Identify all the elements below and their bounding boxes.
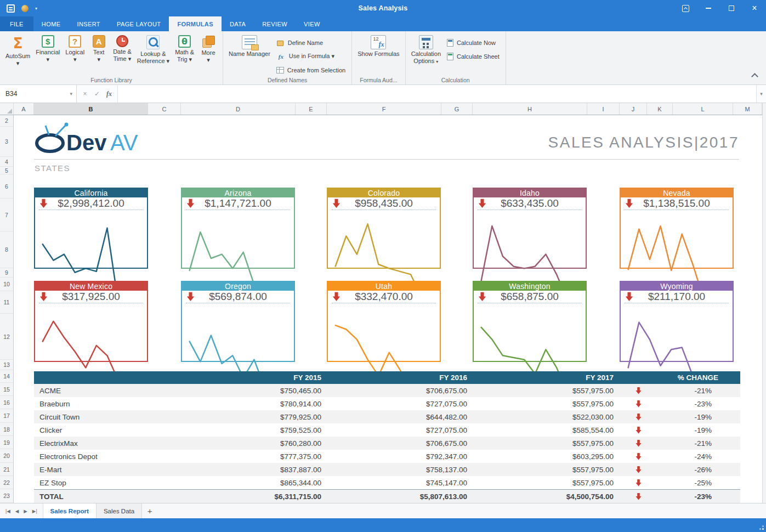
name-manager-button[interactable]: Name Manager: [226, 33, 273, 58]
fy2015-value-cell[interactable]: $865,344.00: [186, 476, 329, 489]
row-header-18[interactable]: 18: [0, 423, 13, 436]
state-card-arizona[interactable]: Arizona$1,147,721.00: [181, 188, 295, 269]
row-header-16[interactable]: 16: [0, 396, 13, 409]
fy2015-value-cell[interactable]: $750,465.00: [186, 384, 329, 397]
fy2016-value-cell[interactable]: $727,075.00: [329, 423, 475, 437]
logical-button[interactable]: ?Logical▾: [63, 33, 87, 66]
fy2017-value-cell[interactable]: $557,975.00: [475, 384, 621, 397]
fy2017-value-cell[interactable]: $557,975.00: [475, 476, 621, 489]
collapse-ribbon-button[interactable]: [751, 73, 758, 80]
previous-sheet-button[interactable]: ◀: [15, 508, 19, 514]
row-header-23[interactable]: 23: [0, 489, 13, 503]
name-box[interactable]: B34 ▾: [0, 85, 77, 103]
vertical-scrollbar[interactable]: [762, 103, 766, 503]
fy2016-value-cell[interactable]: $5,807,613.00: [329, 490, 475, 503]
fy2016-value-cell[interactable]: $706,675.00: [329, 437, 475, 450]
formula-input[interactable]: [118, 85, 756, 103]
state-card-washington[interactable]: Washington$658,875.00: [473, 281, 587, 362]
percent-change-cell[interactable]: -19%: [621, 423, 740, 437]
table-header-fy-2016[interactable]: FY 2016: [329, 371, 475, 384]
autosum-button[interactable]: ΣAutoSum▾: [3, 33, 33, 66]
fy2017-value-cell[interactable]: $585,554.00: [475, 423, 621, 437]
column-header-e[interactable]: E: [296, 103, 327, 115]
row-header-14[interactable]: 14: [0, 370, 13, 383]
company-name-cell[interactable]: Braeburn: [34, 397, 186, 410]
table-header-name[interactable]: [34, 371, 186, 384]
row-header-6[interactable]: 6: [0, 174, 13, 199]
date-time-button[interactable]: Date &Time ▾: [110, 33, 134, 66]
qat-icon[interactable]: [21, 5, 29, 12]
row-header-9[interactable]: 9: [0, 268, 13, 278]
ribbon-tab-formulas[interactable]: FORMULAS: [169, 16, 222, 31]
row-header-8[interactable]: 8: [0, 231, 13, 268]
fy2016-value-cell[interactable]: $706,675.00: [329, 384, 475, 397]
column-header-l[interactable]: L: [673, 103, 733, 115]
percent-change-cell[interactable]: -19%: [621, 410, 740, 423]
row-header-3[interactable]: 3: [0, 127, 13, 157]
use-in-formula-button[interactable]: Use in Formula ▾: [273, 49, 349, 63]
last-sheet-button[interactable]: ▶|: [32, 508, 37, 514]
state-card-california[interactable]: California$2,998,412.00: [34, 188, 148, 269]
state-card-wyoming[interactable]: Wyoming$211,170.00: [620, 281, 734, 362]
create-from-selection-button[interactable]: Create from Selection: [273, 63, 349, 77]
percent-change-cell[interactable]: -26%: [621, 463, 740, 476]
row-header-2[interactable]: 2: [0, 115, 13, 127]
state-card-colorado[interactable]: Colorado$958,435.00: [327, 188, 441, 269]
fy2017-value-cell[interactable]: $603,295.00: [475, 450, 621, 463]
company-name-cell[interactable]: EZ Stop: [34, 476, 186, 489]
row-header-7[interactable]: 7: [0, 199, 13, 231]
row-header-5[interactable]: 5: [0, 167, 13, 174]
ribbon-display-options-button[interactable]: [674, 0, 697, 16]
row-header-15[interactable]: 15: [0, 383, 13, 396]
column-header-c[interactable]: C: [148, 103, 181, 115]
company-name-cell[interactable]: ACME: [34, 384, 186, 397]
percent-change-cell[interactable]: -25%: [621, 476, 740, 489]
fy2016-value-cell[interactable]: $792,347.00: [329, 450, 475, 463]
row-header-4[interactable]: 4: [0, 157, 13, 167]
fy2017-value-cell[interactable]: $557,975.00: [475, 397, 621, 410]
fy2015-value-cell[interactable]: $6,311,715.00: [186, 490, 329, 503]
state-card-nevada[interactable]: Nevada$1,138,515.00: [620, 188, 734, 269]
ribbon-tab-data[interactable]: DATA: [222, 16, 254, 31]
row-header-21[interactable]: 21: [0, 463, 13, 476]
ribbon-tab-home[interactable]: HOME: [33, 16, 69, 31]
fy2017-value-cell[interactable]: $557,975.00: [475, 437, 621, 450]
select-all-corner[interactable]: [0, 103, 14, 115]
calculation-options-button[interactable]: Calculation Options ▾: [408, 33, 444, 65]
next-sheet-button[interactable]: ▶: [24, 508, 27, 514]
fy2017-value-cell[interactable]: $522,030.00: [475, 410, 621, 423]
fy2016-value-cell[interactable]: $745,147.00: [329, 476, 475, 489]
fy2017-value-cell[interactable]: $4,500,754.00: [475, 490, 621, 503]
fy2015-value-cell[interactable]: $779,925.00: [186, 410, 329, 423]
formula-bar-expand-caret-icon[interactable]: ▾: [756, 85, 766, 103]
column-header-j[interactable]: J: [620, 103, 647, 115]
percent-change-cell[interactable]: -23%: [621, 397, 740, 410]
resize-grip[interactable]: [758, 524, 764, 530]
row-header-13[interactable]: 13: [0, 360, 13, 370]
column-header-f[interactable]: F: [327, 103, 441, 115]
row-header-12[interactable]: 12: [0, 314, 13, 360]
state-card-oregon[interactable]: Oregon$569,874.00: [181, 281, 295, 362]
fy2015-value-cell[interactable]: $837,887.00: [186, 463, 329, 476]
ribbon-tab-page-layout[interactable]: PAGE LAYOUT: [109, 16, 169, 31]
close-button[interactable]: ×: [743, 0, 766, 16]
worksheet[interactable]: Dev AV SALES ANALYSIS|2017 STATES Califo…: [14, 115, 762, 503]
fy2016-value-cell[interactable]: $644,482.00: [329, 410, 475, 423]
company-name-cell[interactable]: Electronics Depot: [34, 450, 186, 463]
qat-dropdown-caret-icon[interactable]: ▾: [35, 6, 37, 11]
maximize-button[interactable]: [720, 0, 743, 16]
calculate-sheet-button[interactable]: Calculate Sheet: [444, 49, 503, 63]
fy2017-value-cell[interactable]: $557,975.00: [475, 463, 621, 476]
column-header-h[interactable]: H: [473, 103, 587, 115]
column-header-g[interactable]: G: [441, 103, 473, 115]
excel-app-icon[interactable]: [7, 4, 15, 13]
show-formulas-button[interactable]: Show Formulas: [355, 33, 402, 58]
add-sheet-button[interactable]: +: [142, 503, 157, 518]
row-header-19[interactable]: 19: [0, 436, 13, 449]
percent-change-cell[interactable]: -24%: [621, 450, 740, 463]
column-header-i[interactable]: I: [587, 103, 620, 115]
define-name-button[interactable]: Define Name: [273, 36, 349, 49]
company-name-cell[interactable]: TOTAL: [34, 490, 186, 503]
state-card-new-mexico[interactable]: New Mexico$317,925.00: [34, 281, 148, 362]
enter-button[interactable]: ✓: [91, 90, 103, 98]
